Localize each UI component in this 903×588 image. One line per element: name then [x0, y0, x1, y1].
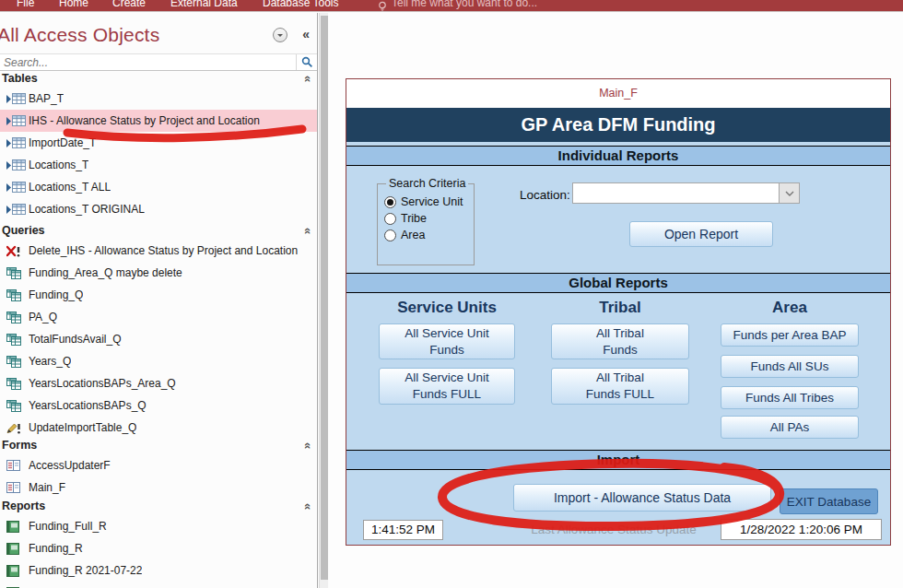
search-criteria-legend: Search Criteria	[386, 177, 468, 190]
select-query-icon	[6, 289, 29, 301]
collapse-icon[interactable]: «	[301, 502, 315, 509]
delete-query-icon	[6, 245, 29, 257]
open-report-button[interactable]: Open Report	[629, 221, 773, 247]
radio-area[interactable]: Area	[384, 229, 474, 241]
report-item[interactable]: PA_R	[0, 582, 317, 588]
global-reports-section: Service Units Tribal Area All Service Un…	[346, 293, 890, 450]
all-service-unit-funds-button[interactable]: All Service Unit Funds	[379, 323, 515, 359]
tab-home[interactable]: Home	[59, 0, 88, 9]
radio-button-icon[interactable]	[384, 196, 396, 208]
table-item[interactable]: BAP_T	[0, 88, 317, 110]
section-header-forms[interactable]: Forms «	[0, 436, 317, 454]
report-icon	[6, 565, 29, 577]
table-item[interactable]: Locations_T	[0, 154, 317, 176]
all-service-unit-funds-full-button[interactable]: All Service Unit Funds FULL	[379, 368, 515, 405]
section-reports: Reports « Funding_Full_R Funding_R Fundi…	[0, 497, 317, 588]
exit-database-button[interactable]: EXIT Database	[780, 488, 878, 514]
tab-database-tools[interactable]: Database Tools	[263, 0, 339, 9]
query-item[interactable]: PA_Q	[0, 306, 317, 328]
table-item-selected[interactable]: IHS - Allowance Status by Project and Lo…	[0, 110, 317, 132]
linked-table-icon	[6, 93, 29, 104]
radio-button-icon[interactable]	[384, 229, 396, 241]
column-heading-area: Area	[721, 299, 859, 317]
collapse-icon[interactable]: «	[301, 441, 315, 448]
all-pas-button[interactable]: All PAs	[721, 416, 859, 439]
collapse-icon[interactable]: «	[301, 227, 315, 233]
section-header-reports[interactable]: Reports «	[0, 497, 317, 515]
tab-file[interactable]: File	[17, 0, 34, 9]
select-query-icon	[6, 356, 29, 368]
select-query-icon	[6, 334, 29, 346]
shutter-bar-close-icon[interactable]: «	[302, 27, 310, 41]
query-item[interactable]: Years_Q	[0, 350, 317, 372]
lightbulb-icon	[378, 0, 387, 12]
radio-tribe[interactable]: Tribe	[384, 212, 474, 225]
nav-pane-menu-icon[interactable]	[273, 28, 287, 42]
nav-pane-scrollbar[interactable]	[319, 13, 328, 588]
tab-create[interactable]: Create	[112, 0, 146, 9]
ribbon: File Home Create External Data Database …	[0, 0, 903, 12]
report-item[interactable]: Funding_R 2021-07-22	[0, 559, 317, 582]
report-item[interactable]: Funding_Full_R	[0, 515, 317, 537]
form-item[interactable]: AccessUpdaterF	[0, 454, 317, 476]
linked-table-icon	[6, 204, 29, 215]
section-header-tables[interactable]: Tables «	[0, 69, 317, 88]
radio-button-icon[interactable]	[384, 213, 396, 225]
query-item[interactable]: Funding_Q	[0, 284, 317, 306]
radio-service-unit[interactable]: Service Unit	[384, 195, 474, 208]
query-item[interactable]: YearsLocationsBAPs_Q	[0, 394, 317, 417]
chevron-down-icon[interactable]	[779, 183, 799, 203]
section-forms: Forms « AccessUpdaterF Main_F	[0, 436, 317, 499]
last-update-label: Last Allowance Status Update	[512, 523, 715, 536]
section-queries: Queries « Delete_IHS - Allowance Status …	[0, 221, 317, 439]
current-time-box: 1:41:52 PM	[363, 520, 443, 540]
select-query-icon	[6, 312, 29, 323]
search-icon[interactable]	[296, 54, 317, 70]
select-query-icon	[6, 400, 29, 412]
form-window-title: Main_F	[346, 79, 890, 108]
tell-me-box[interactable]: Tell me what you want to do...	[392, 0, 537, 9]
location-combobox[interactable]	[572, 182, 800, 204]
update-query-icon	[6, 422, 29, 434]
section-header-queries[interactable]: Queries «	[0, 221, 317, 240]
scrollbar-thumb[interactable]	[321, 16, 328, 580]
main-form: Main_F GP Area DFM Funding Individual Re…	[346, 78, 891, 546]
select-query-icon	[6, 378, 29, 390]
import-allowance-status-button[interactable]: Import - Allowance Status Data	[513, 484, 771, 512]
import-band: Import	[346, 450, 890, 470]
global-reports-band: Global Reports	[346, 273, 890, 293]
linked-table-icon	[6, 159, 29, 171]
form-item[interactable]: Main_F	[0, 476, 317, 499]
search-criteria-group: Search Criteria Service Unit Tribe Area	[377, 177, 475, 265]
table-item[interactable]: Locations_T ALL	[0, 176, 317, 198]
funds-all-tribes-button[interactable]: Funds All Tribes	[721, 386, 859, 409]
report-icon	[6, 521, 29, 533]
import-section: Import - Allowance Status Data EXIT Data…	[346, 470, 890, 545]
all-tribal-funds-full-button[interactable]: All Tribal Funds FULL	[551, 368, 689, 405]
column-heading-tribal: Tribal	[551, 299, 689, 317]
individual-reports-band: Individual Reports	[346, 146, 890, 166]
query-item[interactable]: YearsLocationsBAPs_Area_Q	[0, 372, 317, 394]
form-header-title: GP Area DFM Funding	[346, 108, 890, 142]
table-item[interactable]: Locations_T ORIGINAL	[0, 198, 317, 220]
linked-table-icon	[6, 182, 29, 193]
column-heading-service-units: Service Units	[379, 299, 515, 317]
linked-table-icon	[6, 115, 29, 126]
table-item[interactable]: ImportDate_T	[0, 132, 317, 154]
report-item[interactable]: Funding_R	[0, 537, 317, 559]
navigation-pane: All Access Objects « Tables « BAP_T IHS …	[0, 13, 318, 588]
funds-per-area-bap-button[interactable]: Funds per Area BAP	[721, 323, 859, 347]
search-input[interactable]	[0, 54, 296, 70]
tab-external-data[interactable]: External Data	[170, 0, 238, 9]
form-icon	[6, 482, 29, 493]
funds-all-sus-button[interactable]: Funds All SUs	[721, 355, 859, 378]
location-input[interactable]	[573, 183, 779, 203]
query-item[interactable]: Delete_IHS - Allowance Status by Project…	[0, 240, 317, 262]
query-item[interactable]: Funding_Area_Q maybe delete	[0, 262, 317, 284]
query-item[interactable]: TotalFundsAvail_Q	[0, 328, 317, 350]
individual-reports-section: Search Criteria Service Unit Tribe Area …	[346, 166, 890, 273]
collapse-icon[interactable]: «	[301, 75, 315, 81]
select-query-icon	[6, 267, 29, 279]
all-tribal-funds-button[interactable]: All Tribal Funds	[551, 323, 689, 359]
linked-table-icon	[6, 137, 29, 148]
